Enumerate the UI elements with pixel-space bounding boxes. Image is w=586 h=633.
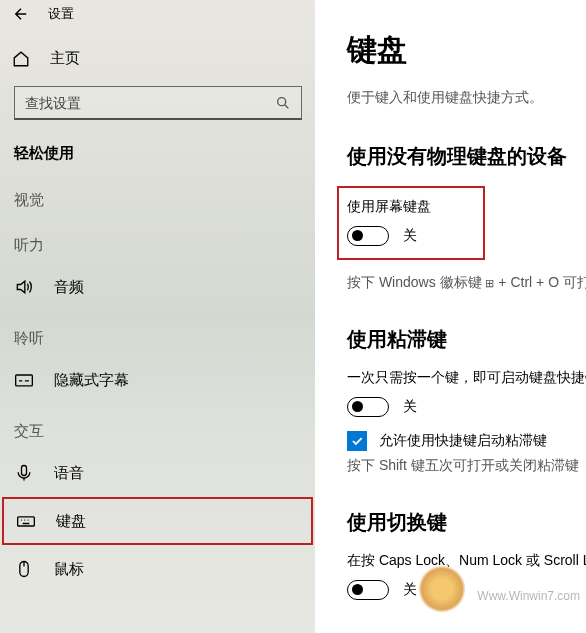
nav-label: 音频	[54, 278, 84, 297]
toggle-state: 关	[403, 227, 417, 245]
nav-label: 语音	[54, 464, 84, 483]
nav-label: 鼠标	[54, 560, 84, 579]
svg-rect-1	[16, 375, 33, 386]
nav-label: 键盘	[56, 512, 86, 531]
home-icon	[12, 50, 30, 68]
nav-label: 隐藏式字幕	[54, 371, 129, 390]
checkbox-row: 允许使用快捷键启动粘滞键	[347, 431, 586, 451]
page-title: 键盘	[347, 30, 586, 71]
toggle-state: 关	[403, 581, 417, 599]
toggle-keys-toggle[interactable]	[347, 580, 389, 600]
sidebar-item-captions[interactable]: 隐藏式字幕	[0, 356, 315, 404]
header-row: 设置	[0, 0, 315, 35]
section-title: 使用粘滞键	[347, 326, 586, 353]
back-button[interactable]	[12, 5, 30, 23]
highlight-box: 使用屏幕键盘 关	[337, 186, 485, 260]
decorative-overlay	[418, 565, 466, 613]
toggle-row: 关	[347, 226, 469, 246]
keyboard-icon	[16, 511, 36, 531]
sticky-keys-toggle[interactable]	[347, 397, 389, 417]
page-description: 便于键入和使用键盘快捷方式。	[347, 89, 586, 107]
category-label: 轻松使用	[0, 136, 315, 173]
svg-rect-3	[18, 517, 35, 526]
onscreen-keyboard-toggle[interactable]	[347, 226, 389, 246]
section-toggle-keys: 使用切换键 在按 Caps Lock、Num Lock 或 Scroll Lo …	[347, 509, 586, 600]
setting-label: 使用屏幕键盘	[347, 198, 469, 216]
setting-desc: 在按 Caps Lock、Num Lock 或 Scroll Lo	[347, 552, 586, 570]
section-onscreen-keyboard: 使用没有物理键盘的设备 使用屏幕键盘 关 按下 Windows 徽标键 ⊞ + …	[347, 143, 586, 292]
main-content: 键盘 便于键入和使用键盘快捷方式。 使用没有物理键盘的设备 使用屏幕键盘 关 按…	[315, 0, 586, 633]
mouse-icon	[14, 559, 34, 579]
hint-text: 按下 Shift 键五次可打开或关闭粘滞键	[347, 457, 586, 475]
search-icon	[275, 95, 291, 111]
section-hearing: 听力	[0, 218, 315, 263]
hint-text: 按下 Windows 徽标键 ⊞ + Ctrl + O 可打	[347, 274, 586, 292]
speaker-icon	[14, 277, 34, 297]
sticky-shortcut-checkbox[interactable]	[347, 431, 367, 451]
checkbox-label: 允许使用快捷键启动粘滞键	[379, 432, 547, 450]
checkmark-icon	[350, 434, 364, 448]
setting-desc: 一次只需按一个键，即可启动键盘快捷键	[347, 369, 586, 387]
sidebar-item-audio[interactable]: 音频	[0, 263, 315, 311]
svg-point-0	[278, 97, 286, 105]
header-title: 设置	[48, 5, 74, 23]
watermark: Www.Winwin7.com	[477, 589, 580, 603]
captions-icon	[14, 370, 34, 390]
microphone-icon	[14, 463, 34, 483]
section-interaction: 交互	[0, 404, 315, 449]
back-arrow-icon	[12, 5, 30, 23]
settings-sidebar: 设置 主页 轻松使用 视觉 听力 音频 聆听 隐藏式字幕 交互 语音	[0, 0, 315, 633]
toggle-state: 关	[403, 398, 417, 416]
svg-rect-2	[22, 466, 27, 476]
toggle-row: 关	[347, 397, 586, 417]
sidebar-item-keyboard[interactable]: 键盘	[2, 497, 313, 545]
home-label: 主页	[50, 49, 80, 68]
section-sticky-keys: 使用粘滞键 一次只需按一个键，即可启动键盘快捷键 关 允许使用快捷键启动粘滞键 …	[347, 326, 586, 475]
sidebar-item-home[interactable]: 主页	[0, 35, 315, 82]
section-vision: 视觉	[0, 173, 315, 218]
sidebar-item-mouse[interactable]: 鼠标	[0, 545, 315, 593]
section-narration: 聆听	[0, 311, 315, 356]
search-box[interactable]	[14, 86, 302, 120]
search-input[interactable]	[25, 95, 275, 111]
sidebar-item-speech[interactable]: 语音	[0, 449, 315, 497]
section-title: 使用切换键	[347, 509, 586, 536]
section-title: 使用没有物理键盘的设备	[347, 143, 586, 170]
